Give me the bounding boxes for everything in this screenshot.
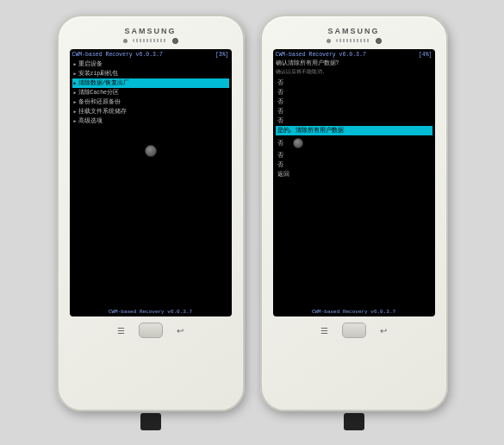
usb-cable-right [344,413,364,430]
trackball-left [145,145,157,157]
menu-item-5[interactable]: 挂载文件系统储存 [72,107,229,116]
phone-bottom-right: ☰ ↩ [267,318,441,341]
nav-buttons-right: ☰ ↩ [316,323,392,338]
dialog-item-9[interactable]: 返回 [276,170,432,179]
dialog-sub: 确认以后将不能取消. [276,68,432,76]
menu-item-6[interactable]: 高级选项 [72,116,229,126]
dialog-item-1[interactable]: 否 [276,88,432,97]
dialog-item-8[interactable]: 否 [276,160,432,170]
sensor-left [123,39,128,43]
screen-content-left: CWM-based Recovery v6.0.3.7 [3%] 重启设备 安装… [70,49,232,317]
menu-item-4[interactable]: 备份和还原备份 [72,97,229,107]
nav-home-left[interactable] [139,323,163,338]
camera-row-right [327,38,382,44]
battery-right: [4%] [419,52,432,58]
usb-cable-left [140,413,161,430]
dialog-item-3[interactable]: 否 [276,107,432,116]
dialog-item-7[interactable]: 否 [276,151,432,160]
nav-menu-right[interactable]: ☰ [316,323,333,337]
screen-left: CWM-based Recovery v6.0.3.7 [3%] 重启设备 安装… [70,49,232,317]
sensor-right [327,39,331,43]
screen-header-right: CWM-based Recovery v6.0.3.7 [4%] [276,52,432,58]
phone-bottom-left: ☰ ↩ [64,318,238,341]
camera-right [376,38,382,44]
phone-left-wrapper: SAMSUNG CWM-based Recovery v6.0.3.7 [3%]… [57,15,245,430]
screen-right: CWM-based Recovery v6.0.3.7 [4%] 确认清除所有用… [273,49,435,317]
dialog-item-0[interactable]: 否 [276,78,432,88]
phone-top-right: SAMSUNG [267,23,441,47]
nav-back-left[interactable]: ↩ [171,323,189,337]
samsung-logo-left: SAMSUNG [124,27,176,35]
samsung-logo-right: SAMSUNG [327,27,379,35]
phone-left: SAMSUNG CWM-based Recovery v6.0.3.7 [3%]… [57,15,245,411]
battery-left: [3%] [215,52,229,58]
speaker-left [133,39,167,42]
camera-row-left [123,38,178,44]
nav-home-right[interactable] [342,323,366,338]
menu-item-2[interactable]: 清除数据/恢复出厂 [72,78,229,88]
screen-header-left: CWM-based Recovery v6.0.3.7 [3%] [72,52,229,58]
phone-right-wrapper: SAMSUNG CWM-based Recovery v6.0.3.7 [4%]… [260,15,448,430]
nav-buttons-left: ☰ ↩ [113,323,189,338]
dialog-item-6[interactable]: 否 [276,135,432,151]
camera-left [172,38,178,44]
screen-content-right: CWM-based Recovery v6.0.3.7 [4%] 确认清除所有用… [273,49,435,317]
trackball-right [293,138,303,148]
screen-footer-right: CWM-based Recovery v6.0.3.7 [276,309,432,315]
menu-item-0[interactable]: 重启设备 [72,60,229,69]
screen-footer-left: CWM-based Recovery v6.0.3.7 [72,309,229,315]
menu-item-3[interactable]: 清除Cache分区 [72,88,229,97]
dialog-item-2[interactable]: 否 [276,97,432,107]
menu-item-1[interactable]: 安装zip刷机包 [72,69,229,78]
phone-right: SAMSUNG CWM-based Recovery v6.0.3.7 [4%]… [260,15,448,411]
nav-menu-left[interactable]: ☰ [113,323,130,337]
cwm-version-left: CWM-based Recovery v6.0.3.7 [72,52,163,58]
nav-back-right[interactable]: ↩ [375,323,392,337]
speaker-right [336,39,370,42]
cwm-version-right: CWM-based Recovery v6.0.3.7 [276,52,366,58]
dialog-item-5[interactable]: 是的, 清除所有用户数据 [276,126,432,135]
dialog-item-4[interactable]: 否 [276,116,432,126]
dialog-title: 确认清除所有用户数据? [276,60,432,67]
phone-top-left: SAMSUNG [64,23,238,47]
